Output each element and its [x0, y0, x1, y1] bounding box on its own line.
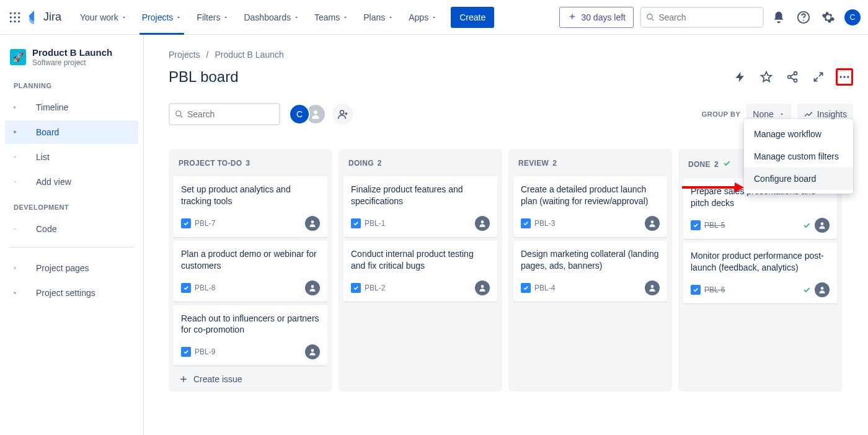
breadcrumb: Projects / Product B Launch [169, 50, 853, 60]
done-check-icon [802, 221, 811, 230]
dropdown-item-configure-board[interactable]: Configure board [744, 168, 853, 190]
more-actions-button[interactable] [836, 68, 853, 86]
code-icon [14, 223, 26, 235]
task-icon [691, 285, 701, 295]
issue-key: PBL-2 [365, 284, 385, 292]
task-icon [181, 283, 191, 293]
svg-point-33 [651, 220, 654, 223]
column-header: DOING2 [342, 155, 498, 176]
search-icon [646, 12, 655, 22]
share-icon[interactable] [784, 68, 801, 86]
global-search-input[interactable] [658, 12, 758, 22]
automation-icon[interactable] [732, 68, 749, 86]
assignee-avatar[interactable] [305, 216, 320, 231]
dropdown-item-manage-custom-filters[interactable]: Manage custom filters [744, 145, 853, 168]
issue-card[interactable]: Design marketing collateral (landing pag… [513, 241, 667, 302]
groupby-label: GROUP BY [702, 110, 740, 118]
check-icon [722, 159, 731, 169]
sidebar-item-board[interactable]: Board [5, 120, 138, 144]
project-header[interactable]: 🚀 Product B Launch Software project [5, 47, 138, 82]
notifications-icon[interactable] [770, 9, 787, 26]
assignee-avatar[interactable] [645, 280, 660, 295]
nav-item-teams[interactable]: Teams [308, 0, 355, 35]
issue-card[interactable]: Reach out to influencers or partners for… [174, 305, 327, 366]
svg-rect-16 [15, 132, 16, 133]
svg-point-9 [647, 14, 652, 19]
sidebar-item-timeline[interactable]: Timeline [5, 96, 138, 119]
issue-card[interactable]: Create a detailed product launch plan (w… [513, 176, 667, 237]
assignee-avatar[interactable] [815, 282, 830, 297]
development-section-label: DEVELOPMENT [5, 204, 138, 217]
column-header: REVIEW2 [512, 155, 668, 176]
assignee-avatar[interactable] [475, 280, 490, 295]
svg-point-5 [18, 16, 20, 18]
sparkle-icon [567, 12, 577, 22]
breadcrumb-project[interactable]: Product B Launch [215, 50, 283, 60]
dropdown-item-manage-workflow[interactable]: Manage workflow [744, 123, 853, 145]
settings-icon[interactable] [820, 9, 837, 26]
help-icon[interactable] [795, 9, 812, 26]
assignee-avatar[interactable] [305, 280, 320, 295]
task-icon [521, 218, 531, 228]
issue-card[interactable]: Finalize product features and specificat… [343, 176, 497, 237]
board-search-input[interactable] [187, 109, 274, 119]
app-switcher-icon[interactable] [7, 10, 22, 25]
svg-point-4 [14, 16, 16, 18]
issue-card[interactable]: Set up product analytics and tracking to… [174, 176, 327, 237]
star-icon[interactable] [758, 68, 775, 86]
svg-point-1 [14, 12, 16, 14]
issue-card[interactable]: Plan a product demo or webinar for custo… [174, 241, 327, 302]
assignee-avatar[interactable] [475, 216, 490, 231]
assignee-avatar[interactable] [305, 344, 320, 359]
nav-item-plans[interactable]: Plans [357, 0, 400, 35]
issue-key: PBL-4 [534, 284, 555, 292]
board-search[interactable] [169, 103, 280, 125]
done-check-icon [802, 285, 811, 294]
sidebar-item-add-view[interactable]: Add view [5, 170, 138, 194]
svg-point-35 [821, 222, 824, 225]
assignee-avatar[interactable] [645, 216, 660, 231]
plus-icon [14, 176, 26, 188]
svg-point-2 [18, 12, 20, 14]
nav-item-filters[interactable]: Filters [190, 0, 235, 35]
breadcrumb-root[interactable]: Projects [169, 50, 200, 60]
avatar-primary[interactable]: C [289, 104, 310, 125]
svg-point-30 [311, 349, 314, 352]
issue-card[interactable]: Monitor product performance post-launch … [683, 243, 837, 303]
svg-point-11 [803, 19, 804, 20]
nav-item-apps[interactable]: Apps [402, 0, 443, 35]
issue-card[interactable]: Conduct internal product testing and fix… [343, 241, 497, 302]
nav-item-your-work[interactable]: Your work [74, 0, 133, 35]
svg-point-31 [481, 220, 484, 223]
content-area: Projects / Product B Launch PBL board C [144, 35, 868, 435]
sidebar-item-project-settings[interactable]: Project settings [5, 281, 138, 305]
task-icon [691, 220, 701, 230]
create-button[interactable]: Create [451, 7, 494, 28]
svg-rect-12 [14, 107, 16, 107]
fullscreen-icon[interactable] [810, 68, 827, 86]
global-search[interactable] [640, 7, 764, 28]
sidebar-separator [9, 247, 135, 248]
svg-point-36 [821, 287, 824, 290]
svg-point-29 [311, 285, 314, 288]
create-issue-button[interactable]: Create issue [172, 369, 329, 384]
sidebar-item-list[interactable]: List [5, 145, 138, 169]
issue-key: PBL-7 [195, 219, 215, 228]
jira-logo[interactable]: Jira [27, 11, 61, 24]
sidebar-item-project-pages[interactable]: Project pages [5, 256, 138, 280]
issue-key: PBL-6 [704, 285, 725, 294]
sidebar-item-code[interactable]: Code [5, 217, 138, 241]
board-avatars: C [289, 104, 326, 125]
page-icon [14, 262, 26, 274]
add-people-button[interactable] [332, 104, 353, 125]
svg-point-23 [843, 76, 845, 78]
svg-point-27 [340, 110, 344, 114]
trial-button[interactable]: 30 days left [559, 7, 634, 28]
nav-item-dashboards[interactable]: Dashboards [237, 0, 306, 35]
card-title: Finalize product features and specificat… [351, 184, 490, 207]
board-actions [732, 68, 853, 86]
assignee-avatar[interactable] [815, 218, 830, 233]
nav-item-projects[interactable]: Projects [136, 0, 188, 35]
svg-rect-13 [14, 107, 16, 108]
profile-avatar[interactable]: C [844, 9, 861, 25]
